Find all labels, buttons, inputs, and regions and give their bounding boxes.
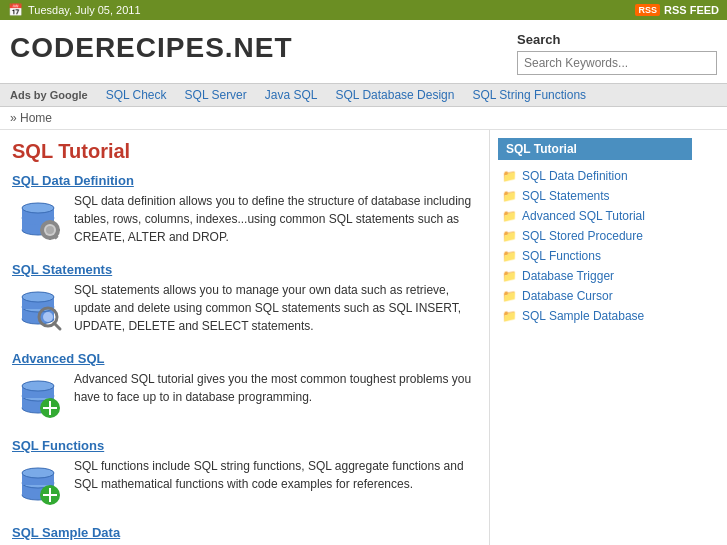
sidebar-link-sql-statements[interactable]: SQL Statements: [522, 189, 610, 203]
date-area: 📅 Tuesday, July 05, 2011: [8, 3, 141, 17]
nav-link-sql-database-design[interactable]: SQL Database Design: [336, 88, 455, 102]
section-sql-sample-data: SQL Sample Data: [12, 525, 477, 545]
sidebar-link-advanced-sql-tutorial[interactable]: Advanced SQL Tutorial: [522, 209, 645, 223]
svg-point-21: [43, 312, 53, 322]
breadcrumb-home[interactable]: Home: [20, 111, 52, 125]
section-text-sql-statements: SQL statements allows you to manage your…: [74, 281, 477, 335]
sidebar-item-sql-data-definition[interactable]: 📁 SQL Data Definition: [498, 166, 692, 186]
top-bar: 📅 Tuesday, July 05, 2011 RSS RSS FEED: [0, 0, 727, 20]
section-advanced-sql: Advanced SQL Advanced SQL tu: [12, 351, 477, 422]
breadcrumb: » Home: [0, 107, 727, 130]
svg-line-22: [54, 323, 60, 329]
sidebar-item-database-trigger[interactable]: 📁 Database Trigger: [498, 266, 692, 286]
main-layout: SQL Tutorial SQL Data Definition: [0, 130, 727, 545]
nav-bar: Ads by Google SQL Check SQL Server Java …: [0, 83, 727, 107]
nav-link-sql-server[interactable]: SQL Server: [185, 88, 247, 102]
section-sql-functions: SQL Functions SQL functions include SQL …: [12, 438, 477, 509]
search-label: Search: [517, 32, 717, 47]
page-title: SQL Tutorial: [12, 140, 477, 163]
folder-icon-6: 📁: [502, 269, 517, 283]
section-title-advanced-sql[interactable]: Advanced SQL: [12, 351, 477, 366]
section-body-sql-statements: SQL statements allows you to manage your…: [12, 281, 477, 335]
sidebar-item-sql-functions[interactable]: 📁 SQL Functions: [498, 246, 692, 266]
folder-icon: 📁: [502, 169, 517, 183]
section-title-sql-statements[interactable]: SQL Statements: [12, 262, 477, 277]
folder-icon-2: 📁: [502, 189, 517, 203]
section-sql-statements: SQL Statements SQL statement: [12, 262, 477, 335]
sidebar-item-sql-statements[interactable]: 📁 SQL Statements: [498, 186, 692, 206]
svg-rect-30: [43, 407, 57, 409]
section-body-advanced-sql: Advanced SQL tutorial gives you the most…: [12, 370, 477, 422]
section-text-sql-functions: SQL functions include SQL string functio…: [74, 457, 477, 493]
section-title-sql-data-definition[interactable]: SQL Data Definition: [12, 173, 477, 188]
icon-advanced-sql: [12, 370, 64, 422]
svg-rect-38: [43, 494, 57, 496]
ads-label: Ads by Google: [10, 89, 88, 101]
sidebar-title: SQL Tutorial: [498, 138, 692, 160]
sidebar-link-sql-stored-procedure[interactable]: SQL Stored Procedure: [522, 229, 643, 243]
sidebar-item-advanced-sql-tutorial[interactable]: 📁 Advanced SQL Tutorial: [498, 206, 692, 226]
svg-rect-10: [40, 229, 44, 231]
folder-icon-5: 📁: [502, 249, 517, 263]
sidebar-item-database-cursor[interactable]: 📁 Database Cursor: [498, 286, 692, 306]
site-title[interactable]: CODERECIPES.NET: [10, 32, 293, 64]
section-title-sql-sample-data[interactable]: SQL Sample Data: [12, 525, 477, 540]
date-text: Tuesday, July 05, 2011: [28, 4, 141, 16]
folder-icon-3: 📁: [502, 209, 517, 223]
rss-icon: RSS: [635, 4, 660, 16]
content-area: SQL Tutorial SQL Data Definition: [0, 130, 490, 545]
nav-link-sql-string-functions[interactable]: SQL String Functions: [472, 88, 586, 102]
svg-rect-11: [56, 229, 60, 231]
sidebar-link-sql-data-definition[interactable]: SQL Data Definition: [522, 169, 628, 183]
section-body-sql-functions: SQL functions include SQL string functio…: [12, 457, 477, 509]
calendar-icon: 📅: [8, 3, 23, 17]
sidebar-item-sql-sample-database[interactable]: 📁 SQL Sample Database: [498, 306, 692, 326]
icon-sql-functions: [12, 457, 64, 509]
icon-sql-data-definition: [12, 192, 64, 244]
section-sql-data-definition: SQL Data Definition: [12, 173, 477, 246]
search-area: Search: [517, 32, 717, 75]
svg-rect-8: [49, 220, 51, 224]
folder-icon-8: 📁: [502, 309, 517, 323]
rss-area[interactable]: RSS RSS FEED: [635, 4, 719, 16]
sidebar-item-sql-stored-procedure[interactable]: 📁 SQL Stored Procedure: [498, 226, 692, 246]
icon-sql-statements: [12, 281, 64, 333]
nav-link-java-sql[interactable]: Java SQL: [265, 88, 318, 102]
sidebar-link-database-trigger[interactable]: Database Trigger: [522, 269, 614, 283]
svg-point-5: [22, 203, 54, 213]
svg-point-19: [22, 292, 54, 302]
header: CODERECIPES.NET Search: [0, 20, 727, 83]
folder-icon-4: 📁: [502, 229, 517, 243]
sidebar: SQL Tutorial 📁 SQL Data Definition 📁 SQL…: [490, 130, 700, 545]
svg-point-27: [22, 381, 54, 391]
svg-point-35: [22, 468, 54, 478]
section-body-sql-data-definition: SQL data definition allows you to define…: [12, 192, 477, 246]
breadcrumb-separator: »: [10, 111, 17, 125]
sidebar-link-sql-functions[interactable]: SQL Functions: [522, 249, 601, 263]
section-text-advanced-sql: Advanced SQL tutorial gives you the most…: [74, 370, 477, 406]
svg-rect-9: [49, 236, 51, 240]
section-text-sql-data-definition: SQL data definition allows you to define…: [74, 192, 477, 246]
folder-icon-7: 📁: [502, 289, 517, 303]
search-input[interactable]: [517, 51, 717, 75]
sidebar-link-sql-sample-database[interactable]: SQL Sample Database: [522, 309, 644, 323]
section-title-sql-functions[interactable]: SQL Functions: [12, 438, 477, 453]
rss-label: RSS FEED: [664, 4, 719, 16]
svg-point-14: [46, 226, 54, 234]
nav-link-sql-check[interactable]: SQL Check: [106, 88, 167, 102]
sidebar-link-database-cursor[interactable]: Database Cursor: [522, 289, 613, 303]
